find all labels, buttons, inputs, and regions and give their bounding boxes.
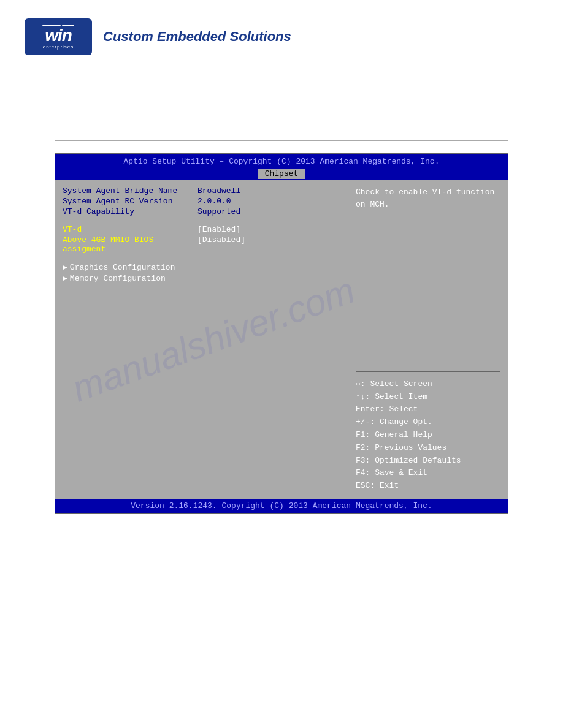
bios-tabs: Chipset [55, 167, 508, 180]
info-row-1: System Agent RC Version 2.0.0.0 [63, 197, 340, 206]
info-value-0: Broadwell [197, 186, 240, 195]
info-row-0: System Agent Bridge Name Broadwell [63, 186, 340, 195]
bios-titlebar: Aptio Setup Utility – Copyright (C) 2013… [55, 154, 508, 180]
key-line-8: ESC: Exit [356, 480, 500, 493]
key-line-2: Enter: Select [356, 403, 500, 416]
key-line-1: ↑↓: Select Item [356, 391, 500, 404]
info-row-2: VT-d Capability Supported [63, 207, 340, 216]
setting-value-4gb: [Disabled] [197, 235, 245, 254]
key-2: Enter: Select [356, 403, 418, 416]
key-5: F2: Previous Values [356, 442, 446, 455]
key-1: ↑↓: Select Item [356, 391, 427, 404]
bios-left-panel: System Agent Bridge Name Broadwell Syste… [55, 180, 348, 499]
key-8: ESC: Exit [356, 480, 399, 493]
submenu-label-memory: Memory Configuration [70, 274, 166, 283]
key-line-0: ↔: Select Screen [356, 378, 500, 391]
key-7: F4: Save & Exit [356, 467, 427, 480]
submenu-label-graphics: Graphics Configuration [70, 263, 175, 272]
submenu-memory[interactable]: ▶ Memory Configuration [63, 273, 340, 283]
arrow-icon-graphics: ▶ [63, 262, 67, 272]
bios-tab-chipset[interactable]: Chipset [258, 169, 306, 179]
setting-value-vtd: [Enabled] [197, 225, 240, 234]
info-label-1: System Agent RC Version [63, 197, 197, 206]
key-line-7: F4: Save & Exit [356, 467, 500, 480]
info-value-1: 2.0.0.0 [197, 197, 231, 206]
info-label-2: VT-d Capability [63, 207, 197, 216]
key-line-4: F1: General Help [356, 429, 500, 442]
bios-divider [356, 371, 500, 372]
key-3: +/-: Change Opt. [356, 416, 432, 429]
key-line-5: F2: Previous Values [356, 442, 500, 455]
logo-win-text: win [45, 27, 72, 44]
setting-row-1[interactable]: Above 4GB MMIO BIOS assigment [Disabled] [63, 235, 340, 254]
setting-label-4gb: Above 4GB MMIO BIOS assigment [63, 235, 197, 254]
bios-keys: ↔: Select Screen ↑↓: Select Item Enter: … [356, 378, 500, 493]
key-4: F1: General Help [356, 429, 432, 442]
arrow-icon-memory: ▶ [63, 273, 67, 283]
spacer-2 [63, 255, 340, 262]
header: win enterprises Custom Embedded Solution… [25, 12, 538, 67]
white-box [55, 74, 508, 141]
key-line-6: F3: Optimized Defaults [356, 455, 500, 468]
key-6: F3: Optimized Defaults [356, 455, 461, 468]
setting-label-vtd: VT-d [63, 225, 197, 234]
bios-help-text: Check to enable VT-d function on MCH. [356, 186, 500, 365]
header-title: Custom Embedded Solutions [103, 29, 291, 45]
page-wrapper: win enterprises Custom Embedded Solution… [0, 0, 563, 728]
logo-enterprises-text: enterprises [43, 44, 74, 50]
info-value-2: Supported [197, 207, 240, 216]
bios-footer: Version 2.16.1243. Copyright (C) 2013 Am… [55, 499, 508, 513]
key-line-3: +/-: Change Opt. [356, 416, 500, 429]
logo: win enterprises [25, 18, 92, 55]
key-0: ↔: Select Screen [356, 378, 432, 391]
setting-row-0[interactable]: VT-d [Enabled] [63, 225, 340, 234]
bios-right-panel: Check to enable VT-d function on MCH. ↔:… [348, 180, 508, 499]
bottom-space [25, 514, 538, 624]
info-label-0: System Agent Bridge Name [63, 186, 197, 195]
submenu-graphics[interactable]: ▶ Graphics Configuration [63, 262, 340, 272]
bios-title-text: Aptio Setup Utility – Copyright (C) 2013… [55, 156, 508, 167]
bios-main: manualshiver.com System Agent Bridge Nam… [55, 180, 508, 499]
bios-container: Aptio Setup Utility – Copyright (C) 2013… [55, 153, 508, 514]
spacer-1 [63, 218, 340, 225]
